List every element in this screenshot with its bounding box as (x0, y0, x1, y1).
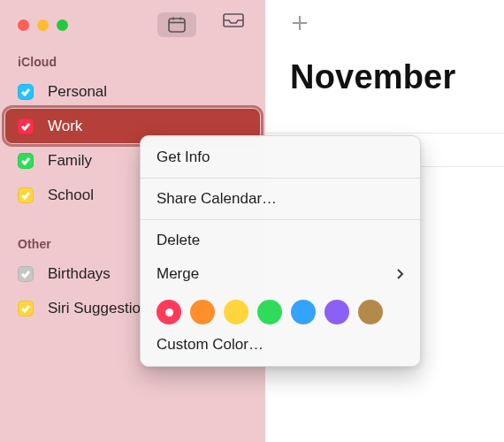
calendar-label: Work (48, 118, 82, 135)
color-swatch[interactable] (157, 300, 181, 324)
color-swatch-row (141, 291, 420, 328)
menu-item-custom-color[interactable]: Custom Color… (141, 328, 420, 362)
calendar-grid-rule (265, 133, 504, 133)
calendar-label: Birthdays (48, 265, 111, 283)
menu-separator (141, 178, 420, 179)
calendar-label: Family (48, 152, 92, 170)
chevron-right-icon (396, 268, 404, 280)
add-event-icon[interactable] (290, 13, 309, 36)
color-swatch[interactable] (257, 300, 282, 324)
main-toolbar (265, 0, 504, 50)
color-swatch[interactable] (291, 300, 316, 324)
color-swatch[interactable] (325, 300, 349, 324)
svg-rect-0 (169, 19, 185, 32)
calendars-toggle-icon[interactable] (157, 12, 196, 37)
close-window-button[interactable] (18, 19, 29, 31)
window-titlebar (0, 0, 265, 50)
zoom-window-button[interactable] (57, 19, 68, 31)
page-title: November (265, 50, 504, 96)
menu-separator (141, 219, 420, 220)
calendar-checkbox[interactable] (18, 153, 34, 169)
color-swatch[interactable] (190, 300, 215, 324)
menu-item-merge[interactable]: Merge (141, 257, 420, 291)
calendar-checkbox[interactable] (18, 84, 34, 100)
calendar-checkbox[interactable] (18, 266, 34, 282)
calendar-checkbox[interactable] (18, 187, 34, 203)
menu-item-share-calendar[interactable]: Share Calendar… (141, 182, 420, 216)
minimize-window-button[interactable] (37, 19, 49, 31)
menu-item-get-info[interactable]: Get Info (141, 141, 420, 174)
color-swatch[interactable] (224, 300, 248, 324)
calendar-context-menu: Get Info Share Calendar… Delete Merge Cu… (140, 135, 421, 367)
calendar-checkbox[interactable] (18, 118, 34, 134)
sidebar-section-icloud[interactable]: iCloud (0, 50, 265, 74)
inbox-icon[interactable] (223, 12, 244, 37)
menu-item-delete[interactable]: Delete (141, 224, 420, 257)
calendar-label: School (48, 187, 94, 204)
calendar-label: Personal (48, 83, 107, 101)
sidebar-calendar-item[interactable]: Personal (5, 74, 260, 109)
color-swatch[interactable] (358, 300, 383, 324)
calendar-checkbox[interactable] (18, 301, 34, 316)
